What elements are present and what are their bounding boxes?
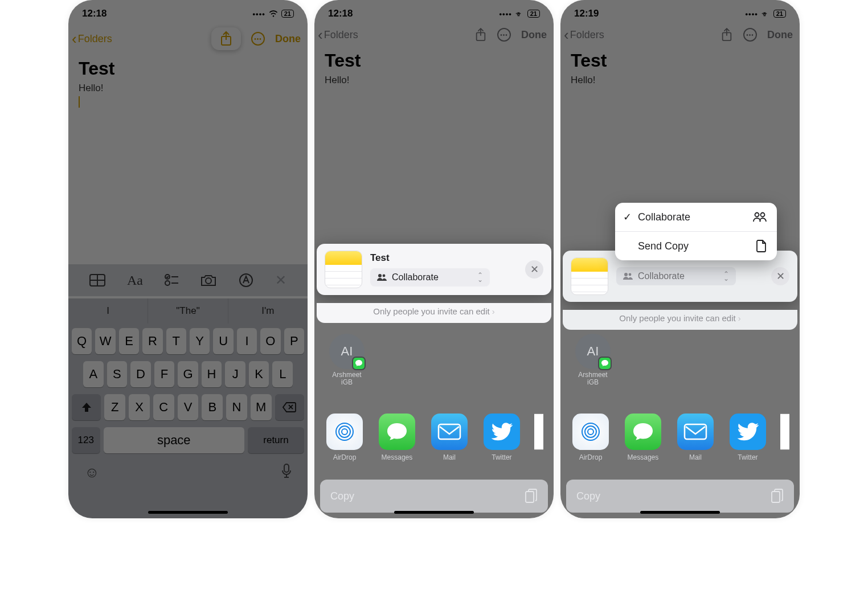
back-label: Folders [78,33,112,45]
key-c[interactable]: C [153,394,174,420]
suggestion-2[interactable]: The [148,298,228,324]
share-button[interactable] [211,27,241,50]
suggestion-3[interactable]: I'm [228,298,308,324]
key-r[interactable]: R [142,328,162,354]
key-e[interactable]: E [119,328,139,354]
app-airdrop[interactable]: AirDrop [325,414,365,461]
svg-rect-27 [685,424,706,439]
home-indicator[interactable] [148,511,228,514]
contact-item[interactable]: AI ArshmeetiGB [322,334,371,386]
app-messages[interactable]: Messages [377,414,417,461]
copy-action-row[interactable]: Copy [566,480,794,513]
note-title: Test [571,50,789,71]
backspace-key[interactable] [275,394,304,420]
svg-rect-17 [439,424,460,439]
copy-action-row[interactable]: Copy [320,480,548,513]
close-sheet-button[interactable]: ✕ [771,267,789,285]
nav-bar: ‹ Folders ••• Done [68,22,308,56]
key-l[interactable]: L [272,361,293,387]
key-v[interactable]: V [178,394,199,420]
camera-icon[interactable] [200,273,217,287]
key-x[interactable]: X [129,394,150,420]
note-thumbnail [571,257,608,295]
close-keyboard-icon[interactable]: ✕ [275,272,286,288]
key-n[interactable]: N [226,394,247,420]
note-title: Test [325,50,543,71]
home-indicator[interactable] [640,511,720,514]
keyboard-row-3: ZXCVBNM [72,394,304,420]
popup-option-collaborate[interactable]: ✓Collaborate [615,203,777,231]
key-g[interactable]: G [178,361,198,387]
checklist-icon[interactable] [165,274,178,286]
app-mail[interactable]: Mail [429,414,469,461]
format-toolbar: Aa ✕ [68,264,308,296]
dictation-key[interactable] [281,464,292,481]
key-t[interactable]: T [166,328,186,354]
space-key[interactable]: space [104,427,245,453]
shift-key[interactable] [72,394,101,420]
document-icon [756,240,767,252]
key-w[interactable]: W [95,328,115,354]
popup-option-sendcopy[interactable]: Send Copy [615,231,777,260]
note-thumbnail [325,251,362,288]
twitter-icon [484,414,520,450]
key-u[interactable]: U [213,328,233,354]
close-sheet-button[interactable]: ✕ [525,260,543,279]
copy-docs-icon [525,489,538,504]
key-q[interactable]: Q [72,328,92,354]
key-d[interactable]: D [130,361,151,387]
emoji-key[interactable]: ☺ [84,464,100,481]
note-body-text: Hello! [571,75,789,86]
back-button: ‹Folders [318,27,358,42]
ellipsis-circle-icon: ••• [251,32,265,46]
more-button[interactable]: ••• [251,32,265,46]
app-gmail-partial[interactable] [534,414,543,461]
copy-label: Copy [330,490,354,502]
note-content[interactable]: Test Hello! [68,56,308,110]
share-button [474,27,487,42]
svg-point-22 [624,273,628,276]
svg-point-20 [755,213,759,217]
key-a[interactable]: A [83,361,104,387]
home-indicator[interactable] [394,511,474,514]
key-k[interactable]: K [249,361,269,387]
key-p[interactable]: P [284,328,304,354]
text-format-icon[interactable]: Aa [127,273,143,288]
key-b[interactable]: B [202,394,223,420]
svg-rect-28 [772,492,780,502]
key-m[interactable]: M [251,394,272,420]
key-i[interactable]: I [237,328,257,354]
permission-row[interactable]: Only people you invite can edit› [317,303,551,323]
key-j[interactable]: J [225,361,245,387]
key-h[interactable]: H [202,361,222,387]
back-button[interactable]: ‹ Folders [72,31,112,46]
status-time: 12:18 [328,8,353,19]
chevron-left-icon: ‹ [72,31,77,46]
text-cursor [79,96,80,108]
collaborate-dropdown[interactable]: Collaborate ⌃⌄ [370,268,490,286]
markup-icon[interactable] [239,273,253,288]
key-z[interactable]: Z [104,394,125,420]
screen-2: 12:18 ••••ᯤ21 ‹Folders ••• Done Test Hel… [314,0,554,518]
key-o[interactable]: O [260,328,280,354]
collaborate-dropdown[interactable]: Collaborate ⌃⌄ [616,267,736,285]
numbers-key[interactable]: 123 [72,427,100,453]
key-y[interactable]: Y [190,328,210,354]
avatar: AI [329,334,365,369]
permission-row[interactable]: Only people you invite can edit› [563,310,797,330]
done-button[interactable]: Done [275,33,301,45]
suggestion-bar: I The I'm [68,298,308,324]
mail-icon [431,414,468,450]
svg-point-21 [761,213,765,217]
key-s[interactable]: S [107,361,128,387]
wifi-icon [269,10,278,17]
suggestion-1[interactable]: I [68,298,148,324]
return-key[interactable]: return [248,427,304,453]
app-twitter[interactable]: Twitter [482,414,522,461]
key-f[interactable]: F [154,361,175,387]
screen-3: 12:19 ••••ᯤ21 ‹Folders ••• Done Test Hel… [560,0,800,518]
table-icon[interactable] [89,274,105,286]
battery-icon: 21 [281,10,294,18]
contact-item[interactable]: AI ArshmeetiGB [568,334,617,386]
done-button: Done [521,29,547,41]
